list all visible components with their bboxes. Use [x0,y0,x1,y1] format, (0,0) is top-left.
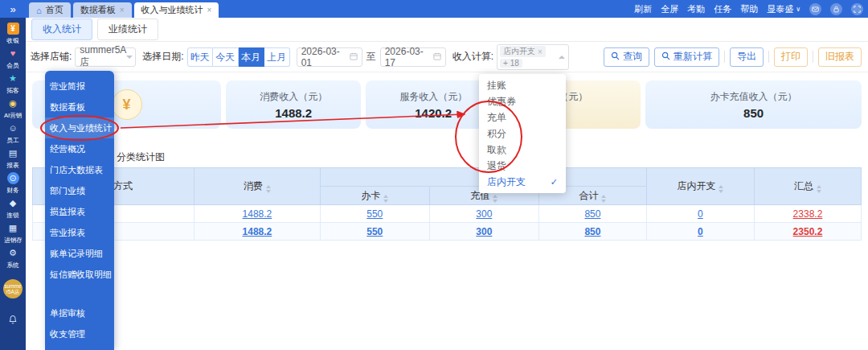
quick-yesterday-button[interactable]: 昨天 [187,47,213,67]
selected-tag: 店内开支 × [500,46,546,57]
search-icon [661,51,670,63]
tab-home[interactable]: ⌂ 首页 [29,2,71,18]
sidebar-item-staff[interactable]: ☺ 员工 [0,121,26,146]
reports-icon: ▤ [7,147,19,159]
tag-close-icon[interactable]: × [538,47,542,56]
menu-item-income-performance[interactable]: 收入与业绩统计 [45,117,114,138]
recalculate-button[interactable]: 重新计算 [654,47,719,67]
option-return[interactable]: 退货 [479,158,566,174]
tab-category-chart[interactable]: 分类统计图 [117,150,165,164]
col-header-consume[interactable]: 消费 [194,168,321,205]
quick-this-month-button[interactable]: 本月 [239,47,264,67]
tab-performance-stats[interactable]: 业绩统计 [97,19,158,40]
sidebar-collapse-button[interactable]: » [0,0,26,18]
cell-link[interactable]: 850 [584,208,600,220]
sidebar-item-customer-acquisition[interactable]: ★ 拓客 [0,72,26,97]
sort-icon[interactable] [719,185,723,193]
expand-icon[interactable] [851,3,863,15]
store-label: 选择店铺: [31,50,72,64]
cell-link[interactable]: 300 [476,226,492,237]
close-icon[interactable]: × [207,6,212,14]
home-icon: ⌂ [36,6,42,15]
date-from-input[interactable]: 2026-03-01 [297,47,362,67]
cell-link[interactable]: 2338.2 [793,208,823,220]
col-header-card[interactable]: 办卡 [320,187,429,205]
income-calc-multiselect[interactable]: 店内开支 × + 18 [497,44,569,70]
col-header-sum[interactable]: 汇总 [754,168,861,205]
menu-item-department-performance[interactable]: 部门业绩 [45,180,114,201]
sidebar-item-ai-marketing[interactable]: ◉ AI营销 [0,97,26,121]
menu-item-month-end[interactable]: 月末结算 [45,344,114,350]
tab-data-dashboard[interactable]: 数据看板 × [73,2,132,18]
attendance-button[interactable]: 考勤 [687,3,705,15]
date-to-input[interactable]: 2026-03-17 [380,47,446,67]
tab-income-statistics[interactable]: 收入与业绩统计 × [134,2,219,18]
store-select[interactable]: summer5A店 [75,47,136,67]
menu-item-profit-loss[interactable]: 损益报表 [45,201,114,222]
quick-today-button[interactable]: 今天 [213,47,239,67]
quick-last-month-button[interactable]: 上月 [264,47,290,67]
cell-link[interactable]: 550 [366,208,383,220]
search-icon [611,51,620,63]
user-name: 显泰盛 [767,3,793,15]
menu-item-sms-records[interactable]: 短信赠收取明细 [45,264,114,285]
sort-icon[interactable] [266,185,271,193]
cell-link[interactable]: 0 [698,226,703,237]
menu-item-bill-records[interactable]: 账单记录明细 [45,243,114,264]
sort-icon[interactable] [493,195,497,203]
menu-item-income-expense[interactable]: 收支管理 [45,323,114,344]
menu-item-data-dashboard[interactable]: 数据看板 [45,97,114,117]
menu-item-store-bigdata[interactable]: 门店大数据表 [45,159,114,180]
caret-down-icon [126,56,133,59]
sidebar-item-reports[interactable]: ▤ 报表 [0,146,26,171]
print-button[interactable]: 打印 [774,47,808,67]
tab-income-stats[interactable]: 收入统计 [31,19,92,40]
cell-link[interactable]: 2350.2 [793,226,823,237]
finance-icon: ⊙ [7,172,19,184]
menu-item-business-report[interactable]: 营业报表 [45,222,114,243]
lock-icon[interactable] [830,3,842,15]
export-button[interactable]: 导出 [730,47,764,67]
old-report-button[interactable]: 旧报表 [818,47,862,67]
message-icon[interactable] [809,3,821,15]
staff-icon: ☺ [7,122,19,134]
sidebar-item-cashier[interactable]: ¥ 收银 [0,22,26,47]
option-store-expense[interactable]: 店内开支 ✓ [479,174,566,190]
menu-item-operation-overview[interactable]: 经营概况 [45,138,114,159]
close-icon[interactable]: × [120,6,125,14]
option-withdraw[interactable]: 取款 [479,142,566,158]
option-points[interactable]: 积分 [479,126,566,142]
tasks-button[interactable]: 任务 [714,3,731,15]
cell-link[interactable]: 1488.2 [243,208,272,220]
sidebar-item-finance[interactable]: ⊙ 财务 [0,171,26,196]
sort-icon[interactable] [817,185,821,193]
cell-link[interactable]: 850 [584,226,600,237]
check-icon: ✓ [551,174,558,190]
bell-icon[interactable] [8,313,18,327]
cell-link[interactable]: 550 [366,226,383,237]
help-button[interactable]: 帮助 [740,3,758,15]
option-credit[interactable]: 挂账 [479,77,566,93]
customer-acquisition-icon: ★ [7,72,19,84]
sidebar-item-inventory[interactable]: ▦ 进销存 [0,221,26,246]
member-icon: ♥ [7,47,19,60]
sidebar-item-system[interactable]: ⚙ 系统 [0,246,26,271]
sort-icon[interactable] [601,195,606,203]
col-header-expense[interactable]: 店内开支 [646,168,754,205]
menu-item-business-brief[interactable]: 营业简报 [45,76,114,97]
fullscreen-button[interactable]: 全屏 [661,3,678,15]
cell-link[interactable]: 0 [698,208,703,220]
cell-link[interactable]: 1488.2 [243,226,272,237]
sort-icon[interactable] [383,195,388,203]
query-button[interactable]: 查询 [604,47,649,67]
sidebar-item-chain[interactable]: ◆ 连锁 [0,196,26,221]
sidebar-item-member[interactable]: ♥ 会员 [0,47,26,72]
cell-link[interactable]: 300 [476,208,492,220]
store-avatar[interactable]: summer5A店 [3,279,23,299]
option-recharge-order[interactable]: 充单 [479,109,566,126]
menu-item-document-review[interactable]: 单据审核 [45,303,114,323]
system-icon: ⚙ [7,247,19,259]
user-menu[interactable]: 显泰盛 ∨ [767,3,800,15]
refresh-button[interactable]: 刷新 [634,3,652,15]
option-coupon[interactable]: 优惠券 [479,93,566,109]
